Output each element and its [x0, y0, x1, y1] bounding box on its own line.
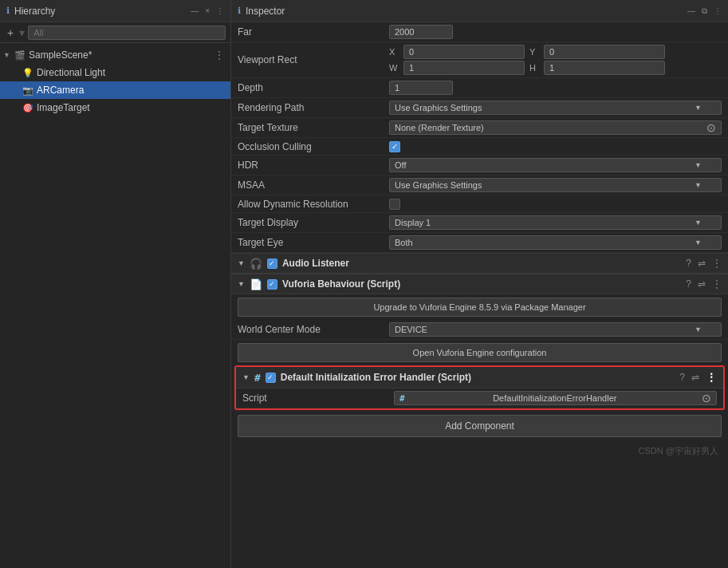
inspector-kebab-icon[interactable]: ⋮ [714, 6, 722, 15]
msaa-dropdown[interactable]: Use Graphics Settings ▼ [389, 178, 722, 192]
error-handler-section-header[interactable]: ▼ # ✓ Default Initialization Error Handl… [236, 367, 723, 388]
msaa-label: MSAA [238, 179, 389, 191]
ar-camera-icon: 📷 [22, 85, 33, 96]
tree-item-ar-camera[interactable]: 📷 ARCamera [0, 81, 230, 99]
prop-row-far: Far [231, 22, 728, 42]
add-component-button[interactable]: Add Component [238, 415, 722, 437]
hdr-value: Off ▼ [389, 158, 722, 172]
directional-light-icon: 💡 [22, 68, 33, 78]
rendering-path-label: Rendering Path [238, 102, 389, 113]
vuforia-title: Vuforia Behaviour (Script) [282, 278, 681, 290]
inspector-expand-icon[interactable]: ⧉ [702, 6, 707, 16]
y-coord-label: Y [529, 47, 539, 57]
open-vuforia-config-button[interactable]: Open Vuforia Engine configuration [238, 343, 722, 362]
target-eye-value: Both ▼ [389, 235, 722, 250]
hdr-label: HDR [238, 160, 389, 171]
scene-arrow-icon: ▼ [3, 51, 13, 59]
depth-value [389, 81, 722, 95]
error-handler-sliders-icon[interactable]: ⇌ [691, 372, 699, 383]
viewport-h-input[interactable] [544, 61, 665, 75]
vuforia-question-icon[interactable]: ? [686, 278, 691, 290]
inspector-scroll-area[interactable]: Far Viewport Rect X Y W H [231, 22, 728, 568]
prop-row-rendering-path: Rendering Path Use Graphics Settings ▼ [231, 98, 728, 118]
vuforia-check: ✓ [269, 280, 275, 288]
script-field[interactable]: # DefaultInitializationErrorHandler ⊙ [394, 391, 717, 405]
error-handler-kebab-icon[interactable]: ⋮ [706, 371, 717, 384]
far-label: Far [238, 26, 389, 37]
add-scene-object-button[interactable]: + [5, 26, 16, 39]
viewport-w-input[interactable] [403, 61, 525, 75]
target-eye-label: Target Eye [238, 237, 389, 248]
target-display-arrow: ▼ [695, 219, 702, 227]
vuforia-actions: ? ⇌ ⋮ [686, 278, 722, 290]
viewport-y-input[interactable] [544, 45, 665, 59]
audio-listener-check: ✓ [269, 259, 275, 267]
prop-row-hdr: HDR Off ▼ [231, 156, 728, 176]
prop-row-msaa: MSAA Use Graphics Settings ▼ [231, 176, 728, 195]
vuforia-arrow: ▼ [238, 280, 245, 288]
tree-item-sample-scene[interactable]: ▼ 🎬 SampleScene* ⋮ [0, 46, 230, 64]
directional-light-label: Directional Light [37, 67, 105, 78]
vuforia-sliders-icon[interactable]: ⇌ [698, 278, 706, 290]
viewport-x-input[interactable] [403, 45, 525, 59]
hierarchy-info-icon: ℹ [6, 6, 10, 16]
inspector-header: ℹ Inspector — ⧉ ⋮ [231, 0, 728, 22]
tree-item-directional-light[interactable]: 💡 Directional Light [0, 64, 230, 81]
hdr-arrow: ▼ [695, 161, 702, 169]
error-handler-highlighted-container: ▼ # ✓ Default Initialization Error Handl… [234, 365, 725, 410]
prop-row-target-eye: Target Eye Both ▼ [231, 233, 728, 253]
audio-listener-checkbox[interactable]: ✓ [267, 258, 277, 269]
prop-row-target-texture: Target Texture None (Render Texture) ⊙ [231, 118, 728, 138]
occlusion-culling-label: Occlusion Culling [238, 141, 389, 152]
target-display-value: Display 1 ▼ [389, 215, 722, 230]
rendering-path-dropdown-text: Use Graphics Settings [395, 103, 482, 112]
hierarchy-kebab-icon[interactable]: ⋮ [216, 6, 224, 15]
allow-dynamic-res-checkbox[interactable] [389, 199, 400, 210]
hierarchy-search-input[interactable] [28, 26, 226, 40]
target-eye-dropdown[interactable]: Both ▼ [389, 235, 722, 250]
hdr-dropdown[interactable]: Off ▼ [389, 158, 722, 172]
rendering-path-value: Use Graphics Settings ▼ [389, 101, 722, 115]
rendering-path-dropdown[interactable]: Use Graphics Settings ▼ [389, 101, 722, 115]
audio-listener-section-header[interactable]: ▼ 🎧 ✓ Audio Listener ? ⇌ ⋮ [231, 253, 728, 274]
vuforia-kebab-icon[interactable]: ⋮ [712, 278, 722, 290]
world-center-mode-label: World Center Mode [238, 324, 389, 335]
far-input[interactable] [389, 25, 453, 39]
ar-camera-label: ARCamera [37, 85, 84, 96]
tree-item-image-target[interactable]: 🎯 ImageTarget [0, 99, 230, 116]
hierarchy-panel: ℹ Hierarchy — × ⋮ + ▾ ▼ 🎬 SampleScene* ⋮… [0, 0, 231, 568]
hierarchy-minimize-icon[interactable]: — [191, 6, 199, 15]
audio-listener-kebab-icon[interactable]: ⋮ [712, 258, 722, 269]
audio-listener-arrow: ▼ [238, 259, 245, 267]
world-center-mode-arrow: ▼ [695, 325, 702, 333]
vuforia-checkbox[interactable]: ✓ [267, 279, 277, 290]
target-display-dropdown[interactable]: Display 1 ▼ [389, 215, 722, 230]
rendering-path-arrow: ▼ [695, 104, 702, 112]
error-handler-checkbox[interactable]: ✓ [266, 373, 276, 383]
world-center-mode-dropdown[interactable]: DEVICE ▼ [389, 322, 722, 337]
audio-listener-sliders-icon[interactable]: ⇌ [698, 258, 706, 269]
scene-kebab-icon[interactable]: ⋮ [214, 49, 224, 61]
image-target-label: ImageTarget [37, 102, 90, 113]
error-handler-actions: ? ⇌ ⋮ [679, 371, 717, 384]
prop-row-allow-dynamic-resolution: Allow Dynamic Resolution [231, 195, 728, 213]
error-handler-title: Default Initialization Error Handler (Sc… [281, 372, 675, 383]
target-texture-field[interactable]: None (Render Texture) ⊙ [389, 120, 722, 135]
hdr-dropdown-text: Off [395, 160, 406, 170]
audio-listener-icon: 🎧 [250, 258, 262, 270]
occlusion-culling-checkbox[interactable]: ✓ [389, 141, 400, 152]
audio-listener-question-icon[interactable]: ? [686, 258, 691, 269]
error-handler-icon: # [254, 372, 261, 384]
depth-input[interactable] [389, 81, 453, 95]
upgrade-banner[interactable]: Upgrade to Vuforia Engine 8.5.9 via Pack… [238, 298, 722, 317]
allow-dynamic-res-value [389, 199, 722, 210]
prop-row-occlusion-culling: Occlusion Culling ✓ [231, 138, 728, 156]
inspector-panel: ℹ Inspector — ⧉ ⋮ Far Viewport Rect X Y [231, 0, 728, 568]
inspector-minimize-icon[interactable]: — [687, 6, 695, 15]
target-display-label: Target Display [238, 217, 389, 228]
vuforia-section-header[interactable]: ▼ 📄 ✓ Vuforia Behaviour (Script) ? ⇌ ⋮ [231, 274, 728, 294]
hierarchy-close-icon[interactable]: × [205, 6, 210, 15]
target-eye-dropdown-text: Both [395, 238, 413, 247]
error-handler-question-icon[interactable]: ? [679, 372, 685, 383]
prop-row-depth: Depth [231, 78, 728, 98]
